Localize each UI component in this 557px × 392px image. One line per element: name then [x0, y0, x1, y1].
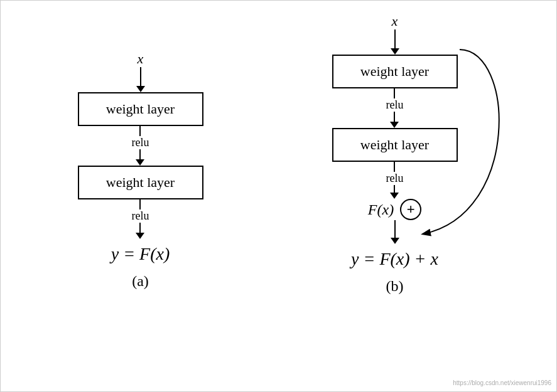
- relu-label-2b: relu: [386, 172, 404, 185]
- relu-arrow-1b: relu: [386, 88, 404, 128]
- line-relu-1a: [139, 126, 141, 136]
- relu-arrow-2a: relu: [132, 199, 149, 239]
- plus-row: F(x) +: [257, 199, 533, 220]
- diagram-b: x weight layer relu weight layer relu F(…: [257, 13, 533, 295]
- arrow-head-relu-2a: [136, 233, 144, 239]
- plus-symbol: +: [407, 201, 415, 218]
- arrow-head-relu-2b: [390, 193, 399, 199]
- watermark: https://blog.csdn.net/xiewenrui1996: [453, 379, 551, 386]
- fx-label-b: F(x): [368, 201, 394, 218]
- arrow-head-relu-1b: [390, 122, 399, 128]
- line-relu-1b: [139, 149, 141, 159]
- plus-circle: +: [400, 199, 421, 220]
- weight-layer-1b: weight layer: [332, 55, 458, 88]
- arrow-head-1b: [391, 48, 399, 55]
- arrow-head-out-b: [391, 238, 399, 244]
- x-label-a: x: [138, 51, 144, 67]
- relu-label-1a: relu: [132, 136, 149, 149]
- relu-label-2a: relu: [132, 209, 149, 223]
- line-relu-3b: [394, 112, 395, 122]
- equation-a: y = F(x): [111, 244, 170, 264]
- main-container: x weight layer relu weight layer relu y …: [1, 1, 556, 391]
- line-relu-4b: [394, 185, 395, 193]
- input-arrow-b: x: [391, 13, 399, 55]
- relu-arrow-1a: relu: [132, 126, 149, 166]
- output-arrow-b: [391, 220, 399, 244]
- weight-layer-2a: weight layer: [78, 166, 203, 199]
- line-relu-2b: [139, 223, 141, 233]
- caption-a: (a): [132, 273, 149, 290]
- relu-label-1b: relu: [386, 98, 404, 112]
- weight-layer-2b: weight layer: [332, 128, 458, 162]
- line-relu-3a: [394, 88, 395, 98]
- equation-b: y = F(x) + x: [351, 249, 438, 269]
- input-arrow-a: x: [136, 51, 145, 92]
- arrow-head-1a: [136, 86, 145, 92]
- line-relu-4a: [394, 162, 395, 172]
- arrow-head-relu-1a: [136, 159, 144, 166]
- weight-layer-1a: weight layer: [78, 92, 203, 126]
- diagram-a: x weight layer relu weight layer relu y …: [24, 51, 257, 290]
- arrow-line-1a: [140, 67, 141, 86]
- line-out-b: [394, 220, 396, 238]
- line-relu-2a: [139, 199, 141, 209]
- x-label-b: x: [392, 13, 398, 29]
- caption-b: (b): [386, 278, 404, 295]
- arrow-line-1b: [394, 29, 396, 48]
- relu-arrow-2b: relu: [386, 162, 404, 199]
